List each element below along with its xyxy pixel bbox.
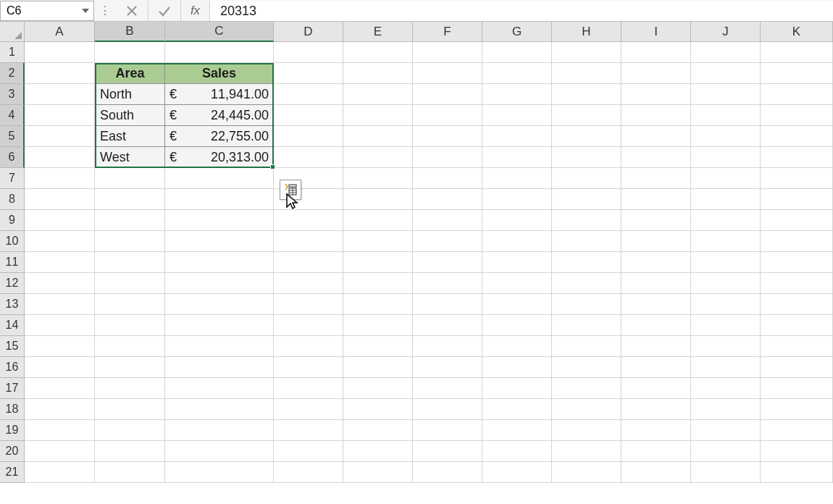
cell-D2[interactable] (274, 63, 343, 84)
cell-A13[interactable] (25, 294, 95, 315)
cell-A21[interactable] (25, 462, 95, 483)
cell-G18[interactable] (482, 399, 552, 420)
formula-input[interactable]: 20313 (210, 1, 833, 21)
enter-button[interactable] (148, 1, 181, 21)
cell-A5[interactable] (25, 126, 95, 147)
cell-I5[interactable] (621, 126, 691, 147)
cell-J17[interactable] (691, 378, 761, 399)
cell-F14[interactable] (413, 315, 482, 336)
cell-E5[interactable] (343, 126, 413, 147)
cell-D15[interactable] (274, 336, 343, 357)
cell-K6[interactable] (761, 147, 833, 168)
cell-H5[interactable] (552, 126, 621, 147)
cell-G17[interactable] (482, 378, 552, 399)
cell-H3[interactable] (552, 84, 621, 105)
cell-C7[interactable] (165, 168, 274, 189)
cell-B4[interactable]: South (95, 105, 165, 126)
column-header-F[interactable]: F (413, 22, 482, 42)
cell-I9[interactable] (621, 210, 691, 231)
cell-B2[interactable]: Area (95, 63, 165, 84)
cell-B10[interactable] (95, 231, 165, 252)
cell-F3[interactable] (413, 84, 482, 105)
cell-H14[interactable] (552, 315, 621, 336)
cell-E17[interactable] (343, 378, 413, 399)
cell-F7[interactable] (413, 168, 482, 189)
cell-J1[interactable] (691, 42, 761, 63)
cell-C21[interactable] (165, 462, 274, 483)
cell-D10[interactable] (274, 231, 343, 252)
cell-K21[interactable] (761, 462, 833, 483)
cell-I13[interactable] (621, 294, 691, 315)
row-header-10[interactable]: 10 (0, 231, 25, 252)
cell-A6[interactable] (25, 147, 95, 168)
column-header-A[interactable]: A (25, 22, 95, 42)
cell-A20[interactable] (25, 441, 95, 462)
cell-D17[interactable] (274, 378, 343, 399)
cell-K17[interactable] (761, 378, 833, 399)
cell-D12[interactable] (274, 273, 343, 294)
cell-A15[interactable] (25, 336, 95, 357)
cell-J7[interactable] (691, 168, 761, 189)
cell-G16[interactable] (482, 357, 552, 378)
cell-F13[interactable] (413, 294, 482, 315)
cell-C19[interactable] (165, 420, 274, 441)
cell-F11[interactable] (413, 252, 482, 273)
cell-E15[interactable] (343, 336, 413, 357)
cell-E14[interactable] (343, 315, 413, 336)
cell-I8[interactable] (621, 189, 691, 210)
cell-A7[interactable] (25, 168, 95, 189)
row-header-14[interactable]: 14 (0, 315, 25, 336)
cell-B7[interactable] (95, 168, 165, 189)
name-box-dropdown-icon[interactable] (80, 6, 91, 16)
cell-H15[interactable] (552, 336, 621, 357)
cancel-button[interactable] (116, 1, 148, 21)
cell-D20[interactable] (274, 441, 343, 462)
cell-H2[interactable] (552, 63, 621, 84)
cell-C18[interactable] (165, 399, 274, 420)
cell-G15[interactable] (482, 336, 552, 357)
cell-C3[interactable]: €11,941.00 (165, 84, 274, 105)
cell-H1[interactable] (552, 42, 621, 63)
cell-C16[interactable] (165, 357, 274, 378)
cell-G6[interactable] (482, 147, 552, 168)
cell-B21[interactable] (95, 462, 165, 483)
row-header-12[interactable]: 12 (0, 273, 25, 294)
column-header-G[interactable]: G (482, 22, 552, 42)
cell-E19[interactable] (343, 420, 413, 441)
cell-A4[interactable] (25, 105, 95, 126)
cell-C11[interactable] (165, 252, 274, 273)
cell-K5[interactable] (761, 126, 833, 147)
cell-C12[interactable] (165, 273, 274, 294)
cell-D3[interactable] (274, 84, 343, 105)
cell-K8[interactable] (761, 189, 833, 210)
cell-J2[interactable] (691, 63, 761, 84)
cell-G20[interactable] (482, 441, 552, 462)
column-header-D[interactable]: D (274, 22, 343, 42)
cell-B8[interactable] (95, 189, 165, 210)
cell-I10[interactable] (621, 231, 691, 252)
row-header-19[interactable]: 19 (0, 420, 25, 441)
cell-B13[interactable] (95, 294, 165, 315)
cell-J18[interactable] (691, 399, 761, 420)
row-header-21[interactable]: 21 (0, 462, 25, 483)
cell-B18[interactable] (95, 399, 165, 420)
cell-E1[interactable] (343, 42, 413, 63)
cell-D4[interactable] (274, 105, 343, 126)
cell-H4[interactable] (552, 105, 621, 126)
cell-A14[interactable] (25, 315, 95, 336)
row-header-6[interactable]: 6 (0, 147, 25, 168)
cell-D5[interactable] (274, 126, 343, 147)
cell-J6[interactable] (691, 147, 761, 168)
cell-F1[interactable] (413, 42, 482, 63)
cell-J10[interactable] (691, 231, 761, 252)
cell-F12[interactable] (413, 273, 482, 294)
cell-A16[interactable] (25, 357, 95, 378)
cell-D14[interactable] (274, 315, 343, 336)
cell-G12[interactable] (482, 273, 552, 294)
cell-H8[interactable] (552, 189, 621, 210)
cell-I7[interactable] (621, 168, 691, 189)
cell-G11[interactable] (482, 252, 552, 273)
cell-G7[interactable] (482, 168, 552, 189)
cell-F19[interactable] (413, 420, 482, 441)
row-header-3[interactable]: 3 (0, 84, 25, 105)
